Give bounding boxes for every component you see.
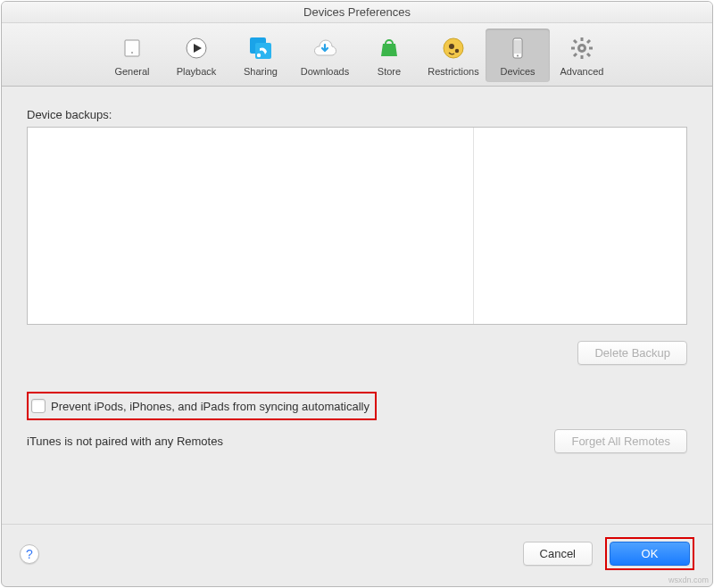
svg-line-18: [574, 40, 577, 43]
content-area: Device backups: Delete Backup Prevent iP…: [2, 87, 712, 524]
restrictions-icon: [437, 32, 469, 64]
svg-rect-0: [125, 40, 139, 56]
tab-label: Advanced: [560, 66, 604, 77]
svg-rect-11: [514, 40, 521, 54]
device-backups-list[interactable]: [27, 127, 687, 325]
backup-list-right[interactable]: [474, 128, 686, 324]
dialog-footer: ? Cancel OK: [2, 524, 712, 586]
ok-button[interactable]: OK: [610, 542, 690, 566]
help-button[interactable]: ?: [20, 544, 39, 564]
device-backups-label: Device backups:: [27, 108, 687, 121]
svg-point-22: [580, 46, 584, 50]
preferences-window: Devices Preferences General Playback Sha…: [1, 1, 713, 587]
remotes-status-text: iTunes is not paired with any Remotes: [27, 435, 554, 448]
sharing-icon: [245, 32, 277, 64]
svg-point-6: [257, 54, 261, 57]
tab-label: Playback: [177, 66, 217, 77]
tab-general[interactable]: General: [100, 29, 164, 82]
tab-label: General: [114, 66, 149, 77]
tab-label: Sharing: [244, 66, 278, 77]
tab-label: Downloads: [301, 66, 349, 77]
svg-line-20: [587, 40, 590, 43]
svg-point-8: [449, 44, 454, 49]
tab-restrictions[interactable]: Restrictions: [421, 29, 486, 82]
general-icon: [116, 32, 148, 64]
tab-label: Restrictions: [428, 66, 478, 77]
devices-icon: [502, 32, 534, 64]
tab-label: Devices: [500, 66, 535, 77]
watermark: wsxdn.com: [668, 576, 709, 584]
backup-list-left[interactable]: [28, 128, 474, 324]
svg-line-21: [574, 54, 577, 56]
advanced-icon: [566, 32, 598, 64]
tab-store[interactable]: Store: [357, 29, 421, 82]
forget-all-remotes-button[interactable]: Forget All Remotes: [554, 429, 687, 453]
svg-point-12: [517, 55, 519, 57]
delete-backup-button[interactable]: Delete Backup: [577, 341, 687, 365]
ok-highlight: OK: [605, 537, 694, 570]
svg-point-9: [455, 49, 459, 53]
playback-icon: [180, 32, 212, 64]
tab-sharing[interactable]: Sharing: [228, 29, 293, 82]
store-icon: [373, 32, 405, 64]
svg-point-1: [131, 52, 133, 54]
preferences-toolbar: General Playback Sharing Downloads Store: [2, 23, 712, 87]
tab-label: Store: [378, 66, 401, 77]
tab-devices[interactable]: Devices: [486, 29, 550, 82]
prevent-sync-row[interactable]: Prevent iPods, iPhones, and iPads from s…: [27, 392, 377, 420]
prevent-sync-checkbox[interactable]: [31, 399, 46, 413]
downloads-icon: [309, 32, 341, 64]
prevent-sync-label: Prevent iPods, iPhones, and iPads from s…: [51, 400, 369, 413]
tab-advanced[interactable]: Advanced: [550, 29, 614, 82]
tab-playback[interactable]: Playback: [164, 29, 228, 82]
tab-downloads[interactable]: Downloads: [293, 29, 357, 82]
svg-line-19: [587, 54, 590, 56]
cancel-button[interactable]: Cancel: [523, 542, 593, 566]
window-title: Devices Preferences: [2, 2, 712, 23]
